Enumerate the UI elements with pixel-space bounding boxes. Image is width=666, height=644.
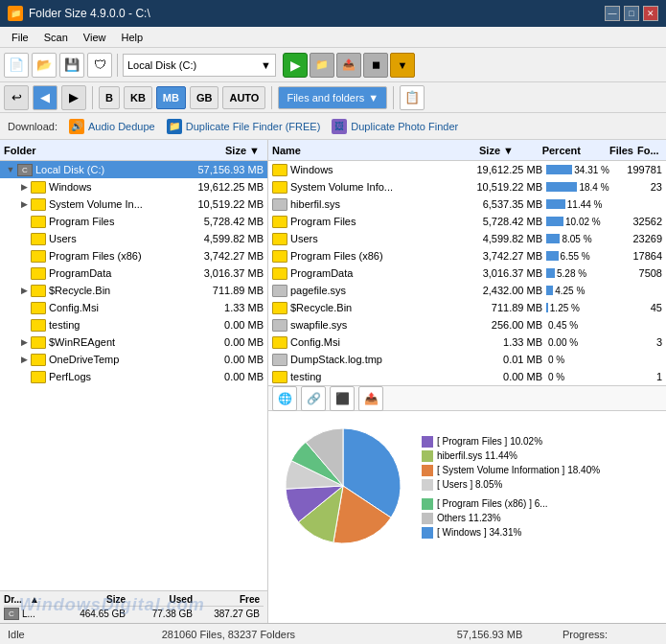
tree-item-winreagent[interactable]: ▶ $WinREAgent 0.00 MB [0, 334, 267, 351]
open-button[interactable]: 📂 [32, 53, 57, 78]
tree-item-sysvolume[interactable]: ▶ System Volume In... 10,519.22 MB [0, 196, 267, 213]
tree-item-drive[interactable]: ▼ C Local Disk (C:) 57,156.93 MB [0, 161, 267, 178]
file-row[interactable]: Program Files5,728.42 MB10.02 %32562 [268, 213, 666, 230]
tree-item-progfilesx86[interactable]: Program Files (x86) 3,742.27 MB [0, 247, 267, 264]
tree-item-perflogs[interactable]: PerfLogs 0.00 MB [0, 368, 267, 385]
unit-b[interactable]: B [99, 86, 120, 109]
menu-scan[interactable]: Scan [36, 30, 76, 45]
maximize-button[interactable]: □ [624, 6, 639, 21]
tree-item-users[interactable]: Users 4,599.82 MB [0, 230, 267, 247]
download-bar: Download: 🔊 Audio Dedupe 📁 Duplicate Fil… [0, 113, 666, 140]
percent-text: 8.05 % [562, 234, 591, 244]
file-row[interactable]: Users4,599.82 MB8.05 %23269 [268, 230, 666, 247]
file-row[interactable]: swapfile.sys256.00 MB0.45 % [268, 316, 666, 334]
files-folders-button[interactable]: Files and folders ▼ [278, 86, 387, 109]
file-row[interactable]: Program Files (x86)3,742.27 MB6.55 %1786… [268, 247, 666, 264]
menu-help[interactable]: Help [113, 30, 150, 45]
file-size: 0.01 MB [450, 354, 546, 365]
folder-icon [272, 164, 287, 176]
tree-item-progfiles[interactable]: Program Files 5,728.42 MB [0, 213, 267, 230]
file-row[interactable]: ProgramData3,016.37 MB5.28 %7508 [268, 264, 666, 282]
expand-icon[interactable]: ▶ [17, 337, 31, 347]
expand-icon[interactable]: ▶ [17, 286, 31, 295]
file-name: Windows [290, 164, 450, 175]
file-icon [272, 285, 287, 297]
folder-icon [31, 371, 46, 383]
file-name: System Volume Info... [290, 181, 450, 193]
drive-row[interactable]: C L... 464.65 GB 77.38 GB 387.27 GB [4, 607, 264, 621]
folder-col-header: Folder [4, 145, 177, 156]
unit-auto[interactable]: AUTO [222, 86, 265, 109]
file-size: 3,016.37 MB [450, 267, 546, 279]
back-btn[interactable]: ↩ [4, 85, 29, 110]
scan-button[interactable]: ▶ [283, 53, 308, 78]
drive-row-label: L... [22, 609, 39, 619]
menu-file[interactable]: File [4, 30, 36, 45]
tree-item-name: Config.Msi [49, 302, 181, 313]
folder-icon [272, 302, 287, 314]
expand-icon[interactable]: ▶ [17, 182, 31, 192]
chart-area: 🌐 🔗 ⬛ 📤 [ Program Files ] 10.02%hiberfil… [268, 385, 666, 563]
tree-item-size: 19,612.25 MB [181, 181, 267, 193]
unit-gb[interactable]: GB [190, 86, 219, 109]
new-button[interactable]: 📄 [4, 53, 29, 78]
chart-btn[interactable]: ◼ [363, 53, 388, 78]
file-row[interactable]: Config.Msi1.33 MB0.00 %3 [268, 334, 666, 351]
chart-nav-btn[interactable]: 🌐 [272, 386, 297, 411]
file-row[interactable]: System Volume Info...10,519.22 MB18.4 %2… [268, 178, 666, 196]
tree-item-windows[interactable]: ▶ Windows 19,612.25 MB [0, 178, 267, 196]
audio-dedupe-link[interactable]: 🔊 Audio Dedupe [69, 119, 155, 134]
percent-bar [546, 268, 555, 278]
nav-back[interactable]: ◀ [33, 85, 57, 110]
percent-text: 0 % [548, 372, 564, 382]
legend-color [422, 527, 433, 539]
extra-btn[interactable]: 📋 [400, 85, 425, 110]
files-folders-arrow: ▼ [368, 92, 379, 104]
chart-settings-btn[interactable]: ⬛ [330, 386, 355, 411]
minimize-button[interactable]: — [605, 6, 620, 21]
menu-view[interactable]: View [76, 30, 114, 45]
chart-type-btn[interactable]: 🔗 [301, 386, 326, 411]
size-col-header[interactable]: Size ▼ [177, 145, 264, 156]
tree-item-testing[interactable]: testing 0.00 MB [0, 316, 267, 334]
duplicate-file-link[interactable]: 📁 Duplicate File Finder (FREE) [167, 119, 321, 134]
file-size: 256.00 MB [450, 319, 546, 331]
tree-item-progdata[interactable]: ProgramData 3,016.37 MB [0, 264, 267, 282]
expand-icon[interactable]: ▼ [4, 165, 17, 174]
drive-row-icon: C [4, 608, 19, 620]
file-row[interactable]: Windows19,612.25 MB34.31 %199781 [268, 161, 666, 178]
tree-item-recycle[interactable]: ▶ $Recycle.Bin 711.89 MB [0, 282, 267, 299]
file-row[interactable]: DumpStack.log.tmp0.01 MB0 % [268, 351, 666, 368]
file-name: $Recycle.Bin [290, 302, 450, 313]
tree-item-configmsi[interactable]: Config.Msi 1.33 MB [0, 299, 267, 316]
drive-selector[interactable]: Local Disk (C:) ▼ [123, 54, 276, 77]
file-row[interactable]: $Recycle.Bin711.89 MB1.25 %45 [268, 299, 666, 316]
file-row[interactable]: pagefile.sys2,432.00 MB4.25 % [268, 282, 666, 299]
legend-label: [ Windows ] 34.31% [437, 527, 521, 538]
separator [117, 54, 118, 77]
sep3 [271, 86, 272, 109]
unit-kb[interactable]: KB [124, 86, 152, 109]
export-btn[interactable]: 📤 [336, 53, 361, 78]
tree-item-size: 0.00 MB [181, 371, 267, 382]
folder-icon [31, 250, 46, 263]
chart-export-btn[interactable]: 📤 [358, 386, 383, 411]
nav-fwd[interactable]: ▶ [61, 85, 86, 110]
drive-info-panel: Dr... ▲ Size Used Free C L... 464.65 GB … [0, 590, 267, 623]
filter-btn[interactable]: ▼ [390, 53, 415, 78]
percent-text: 10.02 % [565, 217, 601, 227]
duplicate-photo-link[interactable]: 🖼 Duplicate Photo Finder [332, 119, 458, 134]
unit-mb[interactable]: MB [156, 86, 186, 109]
audio-dedupe-text: Audio Dedupe [88, 121, 155, 132]
save-button[interactable]: 💾 [59, 53, 84, 78]
folder-btn[interactable]: 📁 [310, 53, 334, 78]
expand-icon[interactable]: ▶ [17, 355, 31, 364]
percent-cell: 0.45 % [546, 320, 613, 331]
file-row[interactable]: testing0.00 MB0 %1 [268, 368, 666, 385]
file-list-header: Name Size ▼ Percent Files Fo... [268, 140, 666, 161]
size-col-header-r[interactable]: Size ▼ [422, 145, 517, 156]
close-button[interactable]: ✕ [643, 6, 658, 21]
tree-item-onedrive[interactable]: ▶ OneDriveTemp 0.00 MB [0, 351, 267, 368]
file-row[interactable]: hiberfil.sys6,537.35 MB11.44 % [268, 196, 666, 213]
expand-icon[interactable]: ▶ [17, 199, 31, 209]
